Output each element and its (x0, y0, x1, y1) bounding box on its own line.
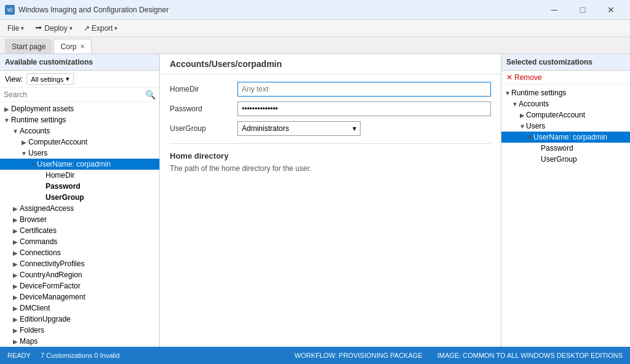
status-right: WORKFLOW: PROVISIONING PACKAGE IMAGE: CO… (295, 352, 623, 359)
left-tree-item[interactable]: ▶CountryAndRegion (0, 269, 159, 280)
tree-item-label: Certificates (20, 226, 57, 235)
right-tree-item[interactable]: ▼UserName: corpadmin (501, 132, 630, 143)
left-tree-item[interactable]: ▼Accounts (0, 125, 159, 136)
minimize-button[interactable]: ─ (540, 0, 568, 20)
left-tree-item[interactable]: ▼Users (0, 148, 159, 159)
tab-corp[interactable]: Corp ✕ (54, 39, 92, 53)
tree-arrow-icon: ▶ (11, 272, 20, 279)
tree-item-label: Folders (20, 326, 44, 334)
tree-item-label: UserGroup (46, 193, 84, 202)
description-text: The path of the home directory for the u… (170, 164, 491, 173)
left-tree-item[interactable]: ▶Certificates (0, 225, 159, 236)
tab-corp-close[interactable]: ✕ (80, 43, 85, 50)
center-panel: Accounts/Users/corpadmin HomeDir Passwor… (160, 54, 501, 347)
form-label-password: Password (170, 105, 231, 113)
left-tree-item[interactable]: ▶Folders (0, 325, 159, 336)
left-tree-item[interactable]: ▶Deployment assets (0, 103, 159, 114)
form-row-password: Password (170, 101, 491, 116)
app-title: Windows Imaging and Configuration Design… (18, 6, 169, 14)
maximize-button[interactable]: □ (568, 0, 597, 20)
tree-arrow-icon: ▼ (519, 123, 526, 130)
tree-item-label: DeviceFormFactor (20, 282, 81, 290)
tree-arrow-icon: ▼ (28, 161, 37, 168)
password-input[interactable] (237, 101, 491, 116)
tree-item-label: Users (28, 149, 47, 157)
tree-arrow-icon: ▶ (2, 106, 11, 113)
right-tree-item[interactable]: ▼Runtime settings (501, 87, 630, 98)
tree-arrow-icon: ▶ (11, 294, 20, 301)
left-tree-item[interactable]: ▶Commands (0, 236, 159, 247)
window-controls: ─ □ ✕ (540, 0, 625, 20)
tree-arrow-icon: ▶ (11, 261, 20, 267)
close-button[interactable]: ✕ (597, 0, 625, 20)
left-tree-item[interactable]: ▶DeviceManagement (0, 291, 159, 303)
right-tree-item-label: Runtime settings (511, 89, 566, 97)
tree-item-label: DeviceManagement (20, 293, 86, 301)
tree-item-label: EditionUpgrade (20, 315, 71, 323)
center-description: Home directory The path of the home dire… (160, 144, 501, 180)
right-tree-item-label: UserName: corpadmin (533, 133, 607, 141)
tree-arrow-icon: ▶ (11, 228, 20, 234)
tab-start-page[interactable]: Start page (5, 39, 52, 53)
tree-arrow-icon: ▼ (504, 90, 511, 97)
right-tree: ▼Runtime settings▼Accounts▶ComputerAccou… (501, 85, 630, 347)
right-tree-item-label: ComputerAccount (526, 111, 585, 119)
tree-item-label: DMClient (20, 304, 50, 312)
tree-item-label: CountryAndRegion (20, 271, 82, 279)
tree-arrow-icon: ▼ (20, 150, 28, 157)
left-tree-item[interactable]: ▼UserName: corpadmin (0, 159, 159, 170)
form-row-usergroup: UserGroup Administrators ▾ (170, 121, 491, 136)
tree-arrow-icon: ▼ (511, 101, 519, 108)
left-tree-item[interactable]: ▶Browser (0, 214, 159, 225)
tree-item-label: ComputerAccount (28, 138, 87, 146)
left-tree-item[interactable]: Password (0, 181, 159, 192)
tree-item-label: Browser (20, 215, 47, 224)
status-image: IMAGE: COMMON TO ALL WINDOWS DESKTOP EDI… (437, 352, 623, 359)
left-panel: Available customizations View: All setti… (0, 54, 160, 347)
remove-button[interactable]: ✕ Remove (506, 73, 542, 82)
usergroup-select[interactable]: Administrators ▾ (237, 121, 361, 136)
right-tree-item[interactable]: Password (501, 143, 630, 154)
search-input[interactable] (4, 90, 143, 99)
tree-item-label: AssignedAccess (20, 204, 74, 213)
left-tree-item[interactable]: UserGroup (0, 192, 159, 203)
tree-arrow-icon: ▶ (11, 305, 20, 312)
tree-item-label: Commands (20, 237, 57, 246)
view-dropdown[interactable]: All settings ▾ (26, 73, 74, 85)
tree-item-label: Accounts (20, 127, 50, 135)
export-menu[interactable]: ↗ Export ▾ (79, 22, 123, 34)
right-tree-item-label: Users (526, 122, 545, 130)
status-bar: READY 7 Customizations 0 Invalid WORKFLO… (0, 347, 630, 364)
view-label: View: (5, 75, 23, 84)
left-tree-item[interactable]: ▼Runtime settings (0, 114, 159, 125)
left-tree-item[interactable]: ▶ConnectivityProfiles (0, 258, 159, 269)
left-tree-item[interactable]: ▶EditionUpgrade (0, 314, 159, 325)
left-tree-item[interactable]: ▶AssignedAccess (0, 203, 159, 214)
left-tree-item[interactable]: ▶Maps (0, 336, 159, 347)
left-tree-item[interactable]: ▶ComputerAccount (0, 136, 159, 148)
left-tree-item[interactable]: HomeDir (0, 170, 159, 181)
file-menu[interactable]: File ▾ (2, 22, 29, 34)
tree-arrow-icon: ▶ (519, 112, 526, 119)
status-workflow: WORKFLOW: PROVISIONING PACKAGE (295, 352, 423, 359)
right-tree-item[interactable]: ▼Accounts (501, 98, 630, 109)
right-actions: ✕ Remove (501, 71, 630, 85)
tree-item-label: HomeDir (46, 171, 74, 180)
view-dropdown-arrow: ▾ (66, 75, 70, 83)
center-form: HomeDir Password UserGroup Administrator… (160, 74, 501, 143)
right-tree-item-label: Accounts (519, 100, 549, 108)
right-tree-item[interactable]: UserGroup (501, 154, 630, 165)
right-tree-item[interactable]: ▼Users (501, 121, 630, 132)
left-tree-item[interactable]: ▶DeviceFormFactor (0, 280, 159, 291)
export-menu-arrow: ▾ (114, 25, 118, 31)
tree-item-label: Connections (20, 248, 61, 257)
right-tree-item[interactable]: ▶ComputerAccount (501, 109, 630, 121)
deploy-menu[interactable]: ⮕ Deploy ▾ (30, 22, 77, 34)
tree-item-label: ConnectivityProfiles (20, 259, 84, 268)
left-tree-item[interactable]: ▶Connections (0, 247, 159, 258)
remove-icon: ✕ (506, 73, 512, 82)
homedir-input[interactable] (237, 82, 491, 97)
deploy-menu-arrow: ▾ (70, 25, 73, 31)
left-tree-item[interactable]: ▶DMClient (0, 303, 159, 314)
search-icon[interactable]: 🔍 (145, 90, 156, 100)
